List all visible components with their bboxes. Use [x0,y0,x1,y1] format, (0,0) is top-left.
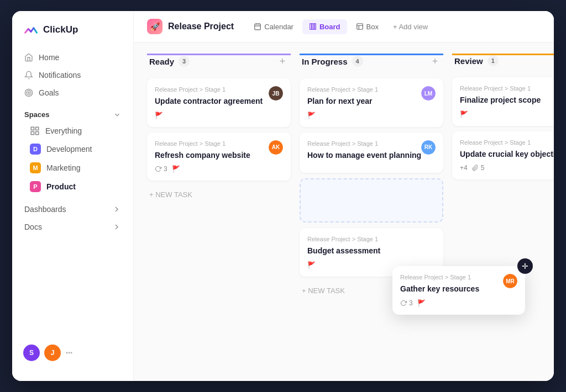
column-ready: Ready 3 + Release Project > Stage 1 Upda… [147,54,291,203]
svg-rect-6 [36,132,39,135]
task-path: Release Project > Stage 1 [155,86,283,93]
chevron-down-icon [113,111,121,119]
app-name: ClickUp [43,24,78,35]
task-card-t2[interactable]: Release Project > Stage 1 Refresh compan… [147,133,291,181]
svg-rect-10 [255,24,261,30]
sidebar-item-development[interactable]: D Development [23,140,122,158]
topbar: 🚀 Release Project Calendar Board Box + A… [134,11,554,43]
sidebar-item-marketing[interactable]: M Marketing [23,158,122,177]
task-footer: 🚩 [155,112,283,119]
floating-card-footer: 3 🚩 [400,299,517,307]
column-review: Review 1 Release Project > Stage 1 Final… [452,54,554,179]
svg-point-1 [27,91,31,95]
svg-rect-3 [31,127,34,130]
flag-icon-green: 🚩 [172,165,180,173]
clickup-logo-icon [23,22,39,38]
dashboards-label: Dashboards [24,205,66,214]
new-task-ready-btn[interactable]: + NEW TASK [147,186,291,203]
calendar-view-btn[interactable]: Calendar [247,19,300,34]
column-review-title: Review [454,56,483,66]
column-in-progress-add-btn[interactable]: + [429,55,441,67]
box-icon [356,23,364,30]
floating-flag-icon: 🚩 [417,299,426,307]
sidebar-item-dashboards[interactable]: Dashboards [18,200,128,218]
sidebar-item-marketing-label: Marketing [46,163,80,172]
avatar-user1[interactable]: S [23,345,40,361]
column-header-review: Review 1 [452,54,554,72]
floating-task-card[interactable]: ✛ Release Project > Stage 1 Gather key r… [392,266,525,315]
task-card-t3[interactable]: Release Project > Stage 1 Plan for next … [300,78,443,127]
box-view-btn[interactable]: Box [349,19,385,34]
spaces-label: Spaces [24,110,50,119]
task-card-t4[interactable]: Release Project > Stage 1 How to manage … [300,133,443,173]
floating-card-path: Release Project > Stage 1 [400,274,517,280]
task-path: Release Project > Stage 1 [307,86,436,93]
avatar: JB [269,86,283,100]
box-view-label: Box [366,23,379,31]
development-badge: D [30,144,41,155]
sidebar-footer: S J [12,336,133,370]
add-view-label: + Add view [393,23,428,31]
sidebar-item-notifications[interactable]: Notifications [18,66,128,84]
task-avatar: LM [421,86,436,100]
svg-point-0 [25,89,32,96]
plus4-label: +4 [460,164,468,172]
grid-icon [30,126,40,136]
calendar-view-label: Calendar [264,23,294,31]
task-meta-plus4: +4 [460,164,468,172]
avatar: RK [421,140,436,155]
task-card-t7[interactable]: Release Project > Stage 1 Update crucial… [452,131,554,180]
task-title: Finalize project scope [460,95,554,106]
column-review-count: 1 [488,55,499,66]
sidebar-item-notifications-label: Notifications [39,71,81,80]
task-path: Release Project > Stage 1 [307,236,436,242]
task-footer: 🚩 [460,110,554,118]
sidebar-item-docs[interactable]: Docs [18,218,128,236]
project-info: 🚀 Release Project [147,19,234,34]
svg-point-7 [66,352,67,353]
chevron-right-icon-docs [112,223,121,231]
refresh-icon-floating [400,300,407,306]
sidebar-item-development-label: Development [46,145,92,153]
task-path: Release Project > Stage 1 [155,140,283,147]
sidebar-item-everything[interactable]: Everything [23,122,122,140]
task-title: Budget assessment [307,246,436,257]
target-icon [24,88,33,97]
svg-point-9 [71,352,72,353]
column-ready-add-btn[interactable]: + [276,55,289,67]
flag-icon: 🚩 [155,112,163,119]
sidebar-item-goals[interactable]: Goals [18,84,128,102]
sidebar-item-product[interactable]: P Product [23,177,122,196]
board-view-label: Board [319,23,340,31]
task-card-t6[interactable]: Release Project > Stage 1 Finalize proje… [452,77,554,126]
svg-rect-5 [31,132,34,135]
sidebar-item-everything-label: Everything [45,126,82,135]
task-title: Plan for next year [307,96,436,107]
flag-icon-red: 🚩 [307,112,316,119]
task-footer: 🚩 [307,112,436,119]
spaces-list: Everything D Development M Marketing P P… [12,122,133,196]
board-view-btn[interactable]: Board [302,19,347,34]
svg-rect-15 [312,24,314,30]
task-path: Release Project > Stage 1 [460,85,554,92]
marketing-badge: M [30,162,41,173]
new-task-inprogress-label: + NEW TASK [302,287,345,295]
bell-icon [24,71,33,80]
view-switcher: Calendar Board Box + Add view [247,19,433,34]
task-title: Update contractor agreement [155,96,283,107]
add-view-button[interactable]: + Add view [387,19,433,34]
task-avatar: JB [269,86,283,100]
avatar: LM [421,86,436,100]
avatar-user2[interactable]: J [44,345,61,361]
task-card-t1[interactable]: Release Project > Stage 1 Update contrac… [147,78,291,127]
more-icon[interactable] [65,349,73,357]
column-in-progress: In Progress 4 + Release Project > Stage … [300,54,443,299]
project-icon: 🚀 [147,19,163,34]
task-path: Release Project > Stage 1 [307,140,436,147]
docs-label: Docs [24,223,42,231]
home-icon [24,53,33,62]
sidebar-item-home[interactable]: Home [18,49,128,66]
project-title: Release Project [168,22,234,31]
column-ready-count: 3 [179,56,190,67]
task-meta-count2: 5 [472,164,485,172]
